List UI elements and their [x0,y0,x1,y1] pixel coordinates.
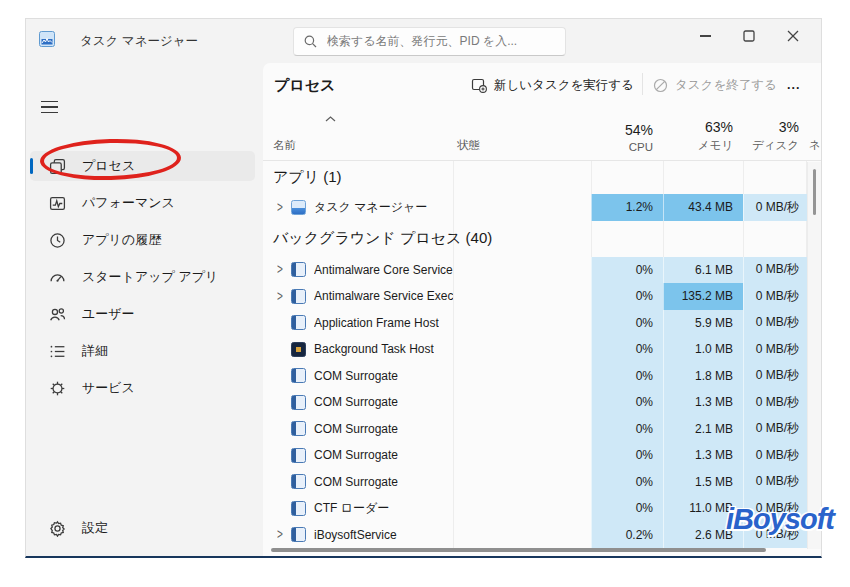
process-memory: 1.5 MB [663,469,743,496]
column-label: CPU [629,141,653,153]
minimize-icon [700,35,711,36]
process-memory: 43.4 MB [663,194,743,221]
column-header-memory[interactable]: 63% メモリ [663,107,743,160]
process-name: COM Surrogate [314,422,398,436]
process-icon [291,342,306,357]
hamburger-icon [41,101,65,103]
disk-total: 3% [779,119,799,135]
more-options-icon: ... [787,78,800,92]
sidebar-item-label: パフォーマンス [82,194,175,212]
process-row[interactable]: COM Surrogate0%1.5 MB0 MB/秒 [263,469,807,496]
sidebar-item-label: 設定 [82,519,108,537]
process-name: Antimalware Core Service [314,263,453,277]
process-status [453,363,591,390]
ibaysoft-watermark: iBoysoft [726,503,834,536]
process-row[interactable]: COM Surrogate0%1.8 MB0 MB/秒 [263,363,807,390]
menu-toggle-button[interactable] [39,95,65,119]
process-icon [291,315,306,330]
process-icon [291,200,306,215]
process-row[interactable]: >タスク マネージャー1.2%43.4 MB0 MB/秒 [263,194,807,221]
history-clock-icon [49,232,66,249]
process-name-cell: CTF ローダー [263,495,453,522]
expand-chevron-icon[interactable]: > [277,262,291,277]
process-cpu: 0% [591,389,663,416]
process-row[interactable]: COM Surrogate0%1.3 MB0 MB/秒 [263,389,807,416]
process-cpu: 0.2% [591,522,663,549]
process-name-cell: >Antimalware Core Service [263,257,453,284]
table-header: 名前 状態 54% CPU 63% メモリ 3% ディス [263,107,821,161]
process-cpu: 0% [591,283,663,310]
process-disk: 0 MB/秒 [743,469,807,496]
maximize-button[interactable] [727,21,771,51]
gauge-icon [49,269,66,286]
process-icon [291,448,306,463]
process-name: COM Surrogate [314,395,398,409]
more-options-button[interactable]: ... [781,71,806,99]
end-task-button[interactable]: タスクを終了する [647,71,783,99]
process-disk: 0 MB/秒 [743,257,807,284]
page-title: プロセス [274,76,335,95]
expand-chevron-icon[interactable]: > [277,200,291,215]
process-disk: 0 MB/秒 [743,194,807,221]
process-row[interactable]: Background Task Host0%1.0 MB0 MB/秒 [263,336,807,363]
sidebar-item-details[interactable]: 詳細 [30,336,255,366]
process-name: COM Surrogate [314,475,398,489]
process-status [453,336,591,363]
process-name-cell: >タスク マネージャー [263,194,453,221]
column-label: メモリ [698,138,733,153]
end-task-icon [653,78,668,93]
vertical-scrollbar-thumb[interactable] [813,169,816,215]
maximize-icon [743,30,755,42]
sidebar-item-services[interactable]: サービス [30,373,255,403]
sidebar-item-users[interactable]: ユーザー [30,299,255,329]
column-header-disk[interactable]: 3% ディスク [743,107,807,160]
process-status [453,442,591,469]
process-row[interactable]: COM Surrogate0%1.3 MB0 MB/秒 [263,442,807,469]
task-manager-window: タスク マネージャー 検索する名前、発行元、PID を入... [25,18,822,558]
process-memory: 1.8 MB [663,363,743,390]
column-header-name[interactable]: 名前 [263,107,453,160]
process-memory: 135.2 MB [663,283,743,310]
process-icon [291,368,306,383]
vertical-scrollbar[interactable] [807,162,821,549]
process-icon [291,395,306,410]
process-icon [291,527,306,542]
minimize-button[interactable] [683,21,727,51]
process-icon [291,262,306,277]
process-name-cell: COM Surrogate [263,442,453,469]
column-header-status[interactable]: 状態 [453,107,591,160]
gear-icon [49,520,66,537]
close-button[interactable] [771,21,815,51]
process-name: iBoysoftService [314,528,397,542]
process-icon [291,289,306,304]
task-manager-app-icon [39,31,55,47]
process-name-cell: COM Surrogate [263,389,453,416]
column-header-cpu[interactable]: 54% CPU [591,107,663,160]
column-label: 状態 [457,138,591,153]
sidebar-item-settings[interactable]: 設定 [30,513,255,543]
run-new-task-button[interactable]: 新しいタスクを実行する [465,71,640,99]
horizontal-scrollbar[interactable] [271,548,766,552]
search-input[interactable]: 検索する名前、発行元、PID を入... [293,27,566,56]
process-icon [291,501,306,516]
sidebar-item-performance[interactable]: パフォーマンス [30,188,255,218]
column-header-network[interactable]: ネ [807,107,821,160]
process-memory: 1.3 MB [663,389,743,416]
process-cpu: 0% [591,310,663,337]
group-header[interactable]: バックグラウンド プロセス (40) [263,221,807,257]
sidebar-nav: プロセス パフォーマンス アプリの履歴 [30,151,255,410]
process-name-cell: Background Task Host [263,336,453,363]
process-row[interactable]: Application Frame Host0%5.9 MB0 MB/秒 [263,310,807,337]
group-header[interactable]: アプリ (1) [263,161,807,194]
performance-icon [49,195,66,212]
expand-chevron-icon[interactable]: > [277,289,291,304]
process-row[interactable]: >Antimalware Core Service0%6.1 MB0 MB/秒 [263,257,807,284]
process-memory: 6.1 MB [663,257,743,284]
process-row[interactable]: COM Surrogate0%2.1 MB0 MB/秒 [263,416,807,443]
expand-chevron-icon[interactable]: > [277,527,291,542]
process-disk: 0 MB/秒 [743,363,807,390]
sidebar-item-startup-apps[interactable]: スタートアップ アプリ [30,262,255,292]
sidebar: プロセス パフォーマンス アプリの履歴 [26,63,263,556]
process-row[interactable]: >Antimalware Service Executable0%135.2 M… [263,283,807,310]
sidebar-item-app-history[interactable]: アプリの履歴 [30,225,255,255]
